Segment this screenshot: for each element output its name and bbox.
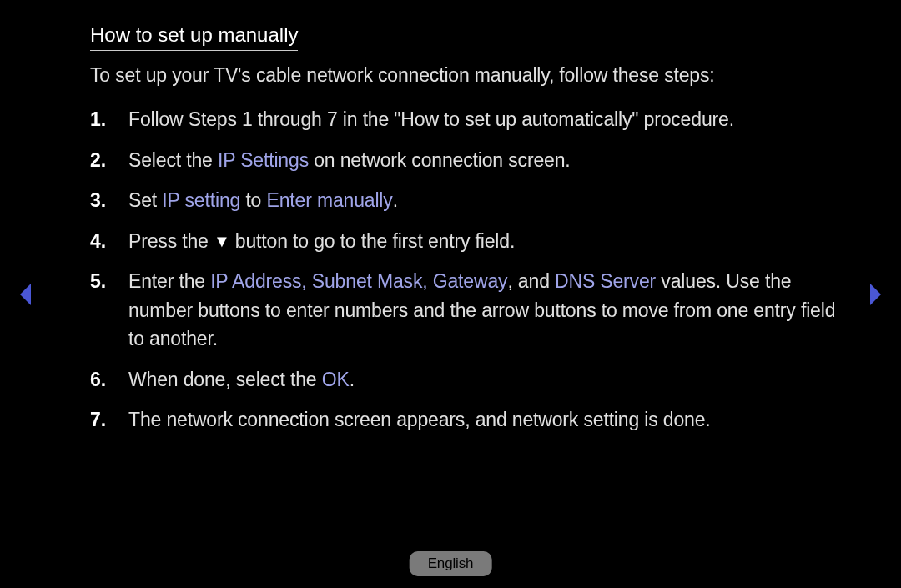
step-number: 4. <box>90 227 118 256</box>
step-4: 4. Press the ▼ button to go to the first… <box>90 227 841 256</box>
step-5: 5. Enter the IP Address, Subnet Mask, Ga… <box>90 267 841 354</box>
chevron-left-icon <box>17 282 35 307</box>
step-number: 3. <box>90 186 118 215</box>
next-page-button[interactable] <box>866 282 884 307</box>
step-number: 7. <box>90 405 118 435</box>
highlight-enter-manually: Enter manually <box>266 189 392 211</box>
step-6: 6. When done, select the OK. <box>90 365 841 395</box>
highlight-ip-setting: IP setting <box>162 189 240 211</box>
step-text: Enter the <box>128 270 210 292</box>
step-text: Press the <box>128 230 214 252</box>
step-text: button to go to the first entry field. <box>230 230 516 252</box>
step-text: Follow Steps 1 through 7 in the "How to … <box>128 108 734 130</box>
page-title: How to set up manually <box>90 23 298 51</box>
svg-marker-0 <box>20 284 31 305</box>
step-text: . <box>350 369 355 390</box>
step-text: The network connection screen appears, a… <box>128 409 711 430</box>
step-text: on network connection screen. <box>309 149 571 171</box>
step-text: Set <box>128 189 162 211</box>
step-text: , and <box>507 270 555 292</box>
svg-marker-1 <box>870 284 881 305</box>
highlight-ip-settings: IP Settings <box>218 149 309 171</box>
highlight-ip-mask-gateway: IP Address, Subnet Mask, Gateway <box>210 270 507 292</box>
steps-list: 1. Follow Steps 1 through 7 in the "How … <box>90 105 841 435</box>
language-indicator[interactable]: English <box>410 551 492 576</box>
step-text: Select the <box>128 149 218 171</box>
down-arrow-icon: ▼ <box>214 233 230 249</box>
step-1: 1. Follow Steps 1 through 7 in the "How … <box>90 105 841 134</box>
intro-text: To set up your TV's cable network connec… <box>90 63 841 88</box>
previous-page-button[interactable] <box>17 282 35 307</box>
step-3: 3. Set IP setting to Enter manually. <box>90 186 841 215</box>
manual-content: How to set up manually To set up your TV… <box>90 23 841 446</box>
step-number: 1. <box>90 105 118 134</box>
step-2: 2. Select the IP Settings on network con… <box>90 146 841 175</box>
highlight-ok: OK <box>322 369 350 390</box>
step-text: When done, select the <box>128 369 322 390</box>
step-text: . <box>393 189 398 211</box>
step-text: to <box>240 189 266 211</box>
step-number: 6. <box>90 365 118 395</box>
chevron-right-icon <box>866 282 884 307</box>
step-number: 2. <box>90 146 118 175</box>
step-7: 7. The network connection screen appears… <box>90 405 841 435</box>
step-number: 5. <box>90 267 118 296</box>
highlight-dns-server: DNS Server <box>555 270 656 292</box>
